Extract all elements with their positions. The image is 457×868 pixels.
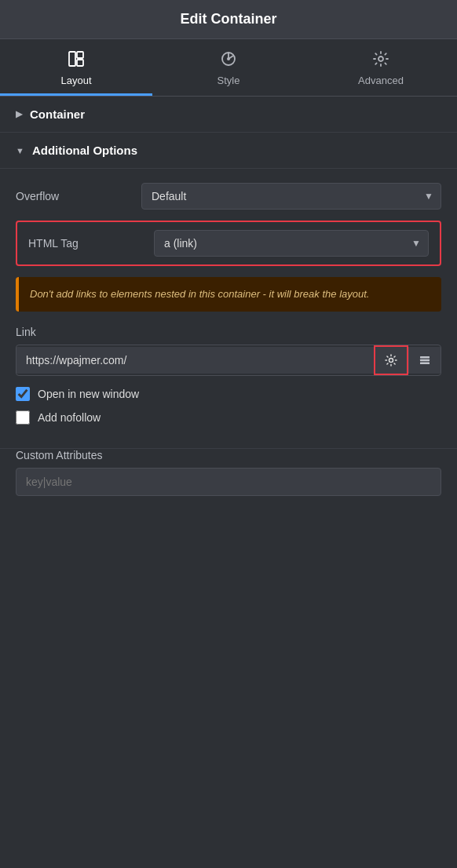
link-label: Link (16, 326, 441, 338)
open-new-window-checkbox[interactable] (16, 387, 30, 401)
container-arrow-icon: ▶ (16, 109, 22, 119)
svg-rect-8 (420, 359, 430, 361)
overflow-select[interactable]: Default Hidden Auto Scroll (141, 183, 441, 210)
style-icon (220, 50, 237, 70)
custom-attributes-label: Custom Attributes (16, 449, 441, 461)
container-section-label: Container (30, 108, 85, 121)
tab-layout[interactable]: Layout (0, 39, 152, 96)
tab-bar: Layout Style Advanced (0, 39, 457, 97)
additional-options-label: Additional Options (32, 144, 137, 157)
container-section-header[interactable]: ▶ Container (16, 108, 441, 121)
svg-rect-2 (77, 60, 83, 66)
link-input[interactable] (16, 347, 374, 374)
html-tag-row: HTML Tag div article aside footer header… (16, 221, 441, 266)
svg-rect-0 (69, 52, 75, 66)
add-nofollow-label[interactable]: Add nofollow (38, 411, 101, 424)
form-section: Overflow Default Hidden Auto Scroll ▼ HT… (0, 169, 457, 449)
add-nofollow-row: Add nofollow (16, 410, 441, 425)
tab-layout-label: Layout (60, 75, 91, 86)
html-tag-select[interactable]: div article aside footer header main nav… (154, 230, 429, 257)
layout-icon (68, 50, 85, 70)
additional-options-header[interactable]: ▼ Additional Options (16, 144, 441, 157)
svg-rect-9 (420, 362, 430, 364)
custom-attributes-section: Custom Attributes (0, 449, 457, 512)
tab-style[interactable]: Style (152, 39, 305, 96)
advanced-gear-icon (372, 50, 389, 70)
overflow-row: Overflow Default Hidden Auto Scroll ▼ (16, 183, 441, 210)
svg-point-6 (389, 358, 393, 362)
warning-text: Don't add links to elements nested in th… (30, 288, 369, 300)
open-new-window-row: Open in new window (16, 387, 441, 401)
page-title: Edit Container (180, 11, 276, 27)
link-input-row (16, 345, 441, 376)
custom-attributes-input[interactable] (16, 468, 441, 496)
open-new-window-label[interactable]: Open in new window (38, 388, 139, 400)
overflow-select-wrapper: Default Hidden Auto Scroll ▼ (141, 183, 441, 210)
link-gear-button[interactable] (374, 345, 408, 375)
container-section[interactable]: ▶ Container (0, 97, 457, 133)
add-nofollow-checkbox[interactable] (16, 410, 30, 425)
overflow-label: Overflow (16, 190, 141, 202)
tab-advanced[interactable]: Advanced (305, 39, 457, 96)
svg-rect-1 (77, 52, 83, 58)
tab-advanced-label: Advanced (358, 75, 404, 86)
additional-options-arrow-icon: ▼ (16, 146, 24, 155)
html-tag-select-wrapper: div article aside footer header main nav… (154, 230, 429, 257)
header: Edit Container (0, 0, 457, 39)
additional-options-section: ▼ Additional Options (0, 133, 457, 169)
link-stack-button[interactable] (408, 347, 441, 374)
svg-point-4 (227, 57, 230, 60)
svg-rect-7 (420, 356, 430, 359)
tab-style-label: Style (218, 75, 240, 86)
svg-point-5 (378, 57, 383, 61)
warning-box: Don't add links to elements nested in th… (16, 277, 441, 312)
html-tag-label: HTML Tag (28, 237, 154, 250)
